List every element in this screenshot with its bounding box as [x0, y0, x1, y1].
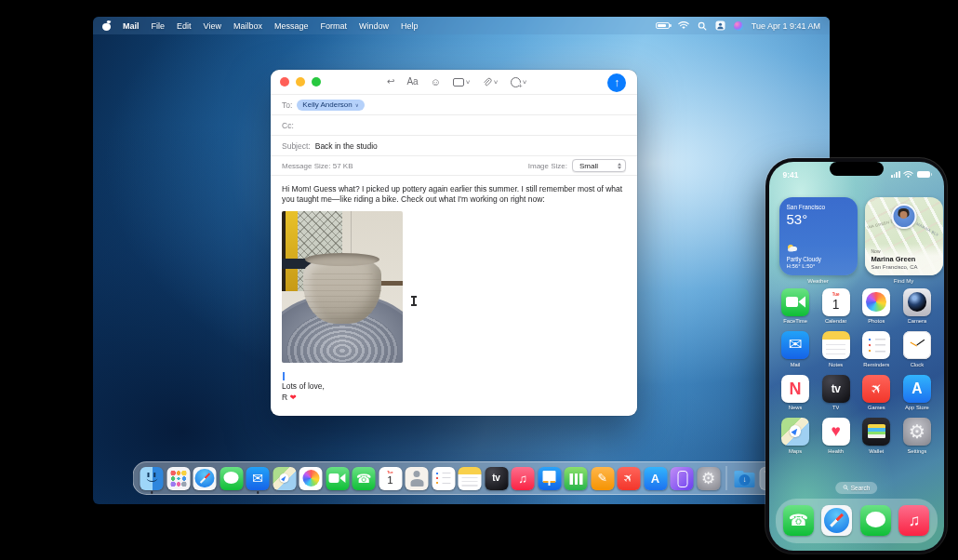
pages-icon[interactable]: ✎	[591, 467, 614, 490]
menu-item-message[interactable]: Message	[274, 21, 309, 31]
subject-value[interactable]: Back in the studio	[315, 141, 378, 151]
maps-icon[interactable]	[781, 418, 809, 446]
iphone-mirroring-icon[interactable]	[671, 467, 694, 490]
menu-item-help[interactable]: Help	[401, 21, 419, 31]
menu-item-window[interactable]: Window	[359, 21, 389, 31]
camera-icon[interactable]	[903, 288, 931, 316]
siri-icon[interactable]	[734, 21, 743, 31]
phone-icon[interactable]	[783, 505, 814, 536]
to-label: To:	[282, 100, 292, 110]
music-icon[interactable]: ♫	[512, 467, 535, 490]
notes-icon[interactable]	[459, 467, 482, 490]
facetime-icon[interactable]	[781, 288, 809, 316]
closing-line: Lots of love,	[282, 381, 626, 392]
iphone-status-bar: 9:41	[769, 167, 944, 182]
menu-clock[interactable]: Tue Apr 1 9:41 AM	[752, 21, 820, 31]
mac-desktop: Mail FileEditViewMailboxMessageFormatWin…	[93, 17, 830, 504]
wallet-icon[interactable]	[862, 418, 890, 446]
games-icon[interactable]: ✈	[618, 467, 641, 490]
user-icon[interactable]	[715, 20, 725, 31]
menu-item-edit[interactable]: Edit	[177, 21, 192, 31]
menu-item-mailbox[interactable]: Mailbox	[233, 21, 262, 31]
finder-icon[interactable]	[140, 467, 164, 490]
keynote-icon[interactable]	[538, 467, 561, 490]
games-icon[interactable]: ✈	[862, 375, 890, 403]
attach-icon[interactable]: ∨	[482, 77, 498, 87]
battery-icon[interactable]	[656, 22, 670, 30]
reminders-icon[interactable]	[862, 331, 890, 359]
emoji-icon[interactable]: ☺	[431, 77, 441, 87]
format-text-icon[interactable]: Aa	[406, 77, 418, 87]
image-size-select[interactable]: Small	[572, 159, 626, 172]
subject-field[interactable]: Subject: Back in the studio	[271, 135, 637, 155]
menu-item-format[interactable]: Format	[320, 21, 347, 31]
calendar-icon[interactable]: Tue1	[822, 288, 850, 316]
downloads-icon[interactable]: ↓	[733, 467, 756, 490]
notes-icon[interactable]	[822, 331, 850, 359]
safari-icon[interactable]	[193, 467, 217, 490]
menu-bar: Mail FileEditViewMailboxMessageFormatWin…	[93, 17, 830, 34]
settings-icon[interactable]: ⚙	[697, 467, 720, 490]
reminders-icon[interactable]	[432, 467, 455, 490]
app-label: Photos	[868, 318, 885, 324]
weather-widget[interactable]: San Francisco 53° Partly Cloudy H:56° L:…	[779, 197, 858, 275]
search-pill[interactable]: Search	[835, 482, 878, 494]
pottery-photo[interactable]	[282, 211, 403, 363]
photos-icon[interactable]	[862, 288, 890, 316]
app-label: Settings	[907, 448, 926, 454]
wifi-icon[interactable]	[678, 21, 689, 30]
app-label: Calendar	[825, 318, 847, 324]
tv-icon[interactable]: tv	[822, 375, 850, 403]
menu-item-file[interactable]: File	[152, 21, 166, 31]
stationery-icon[interactable]: ∨	[453, 78, 470, 87]
weather-widget-label: Weather	[779, 278, 858, 284]
apple-menu-icon[interactable]	[102, 20, 111, 31]
news-icon[interactable]: N	[781, 375, 809, 403]
minimize-button[interactable]	[296, 77, 305, 87]
app-label: Clock	[911, 362, 925, 367]
mail-icon[interactable]: ✉	[246, 467, 270, 490]
cellular-signal-icon	[891, 171, 899, 179]
menu-item-view[interactable]: View	[204, 21, 221, 31]
mail-icon[interactable]: ✉	[781, 331, 809, 359]
signature-line: R ❤	[282, 393, 626, 403]
send-button[interactable]: ↑	[607, 73, 626, 92]
settings-icon[interactable]: ⚙	[903, 418, 931, 446]
message-body[interactable]: Hi Mom! Guess what? I picked up pottery …	[271, 175, 637, 416]
appstore-icon[interactable]: A	[903, 375, 931, 403]
messages-icon[interactable]	[860, 505, 891, 536]
contacts-icon[interactable]	[406, 467, 429, 490]
iphone-clock: 9:41	[783, 170, 820, 180]
findmy-widget[interactable]: INA GREEN DR MARINA BLV Now Marina Green…	[865, 197, 943, 275]
maps-icon[interactable]	[273, 467, 296, 490]
messages-icon[interactable]	[220, 467, 243, 490]
cc-field[interactable]: Cc:	[271, 114, 637, 135]
zoom-button[interactable]	[312, 77, 321, 87]
music-icon[interactable]: ♫	[898, 505, 929, 536]
close-button[interactable]	[280, 77, 289, 87]
launchpad-icon[interactable]	[166, 467, 190, 490]
menu-item-mail[interactable]: Mail	[123, 21, 140, 31]
search-icon[interactable]	[698, 21, 707, 31]
photos-icon[interactable]	[299, 467, 323, 490]
text-caret	[283, 372, 285, 380]
clock-icon[interactable]	[903, 331, 931, 359]
window-titlebar[interactable]: ↩ Aa ☺ ∨ ∨ ∨ ↑	[271, 70, 637, 94]
iphone-app-grid: FaceTimeTue1CalendarPhotosCamera✉MailNot…	[775, 288, 938, 461]
heart-icon: ❤	[290, 393, 297, 402]
phone-icon[interactable]	[353, 467, 376, 490]
safari-icon[interactable]	[821, 505, 852, 536]
numbers-icon[interactable]	[565, 467, 588, 490]
calendar-icon[interactable]: Tue1	[379, 467, 402, 490]
recipient-token[interactable]: Kelly Anderson	[297, 100, 364, 111]
tv-icon[interactable]: tv	[485, 467, 508, 490]
app-label: Maps	[789, 448, 802, 454]
health-icon[interactable]: ♥	[822, 418, 850, 446]
appstore-icon[interactable]: A	[644, 467, 667, 490]
insert-photo-icon[interactable]: ∨	[511, 77, 526, 87]
undo-icon[interactable]: ↩	[387, 77, 394, 87]
message-size: Message Size: 57 KB	[282, 162, 353, 170]
to-field[interactable]: To: Kelly Anderson	[271, 94, 637, 114]
findmy-widget-label: Find My	[865, 278, 943, 284]
facetime-icon[interactable]	[326, 467, 349, 490]
